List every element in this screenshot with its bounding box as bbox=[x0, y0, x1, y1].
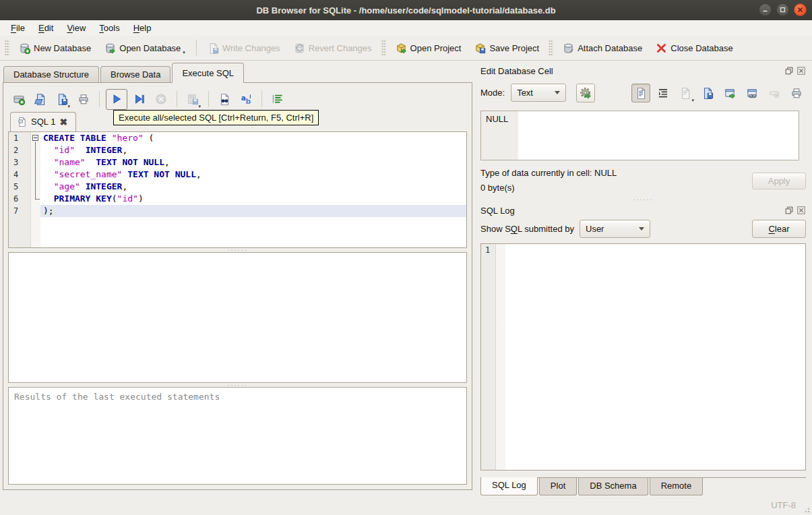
open-in-external-app-button[interactable] bbox=[720, 84, 739, 102]
text-mode-button[interactable] bbox=[631, 84, 650, 102]
maximize-window-icon[interactable] bbox=[776, 3, 789, 16]
open-url-button[interactable] bbox=[743, 84, 761, 102]
dock-tab-db-schema[interactable]: DB Schema bbox=[578, 478, 648, 495]
close-tab-icon[interactable]: ✖ bbox=[59, 119, 67, 125]
window-title: DB Browser for SQLite - /home/user/code/… bbox=[0, 5, 812, 16]
query-results-grid[interactable] bbox=[8, 252, 467, 383]
cell-value-editor[interactable]: NULL bbox=[480, 111, 799, 160]
tab-browse-data[interactable]: Browse Data bbox=[100, 66, 170, 83]
minimize-window-icon[interactable] bbox=[759, 3, 772, 16]
execution-results-panel[interactable]: Results of the last executed statements bbox=[8, 387, 467, 485]
mode-label: Mode: bbox=[480, 88, 505, 98]
autocomplete-icon: ab bbox=[240, 93, 252, 105]
toolbar-drag-handle[interactable] bbox=[5, 40, 9, 56]
menu-bar: FileEditViewToolsHelp bbox=[0, 20, 812, 36]
main-toolbar: New DatabaseOpen Database▾Write ChangesR… bbox=[0, 36, 812, 61]
close-database-button[interactable]: Close Database bbox=[650, 40, 739, 57]
write-changes-button-label: Write Changes bbox=[222, 43, 280, 53]
menu-help[interactable]: Help bbox=[127, 22, 158, 34]
find-replace-button[interactable] bbox=[215, 90, 234, 109]
save-results-icon bbox=[187, 93, 199, 105]
sql-log-view[interactable]: 1 bbox=[480, 243, 806, 471]
editor-line-numbers: 1234567 bbox=[9, 132, 31, 247]
main-tab-bar: Database StructureBrowse DataExecute SQL bbox=[3, 63, 472, 83]
float-panel-icon[interactable] bbox=[784, 66, 794, 75]
print-sql-button[interactable] bbox=[74, 90, 93, 109]
cell-type-info: Type of data currently in cell: NULL bbox=[480, 166, 617, 181]
close-panel-icon[interactable] bbox=[797, 206, 806, 215]
dock-tab-plot[interactable]: Plot bbox=[539, 478, 577, 495]
menu-edit[interactable]: Edit bbox=[32, 22, 60, 34]
set-null-icon bbox=[768, 87, 780, 99]
word-wrap-button[interactable] bbox=[654, 84, 673, 102]
open-project-button[interactable]: Open Project bbox=[389, 40, 468, 57]
line-number: 6 bbox=[9, 193, 30, 205]
float-panel-icon[interactable] bbox=[784, 206, 794, 215]
code-line: "age" INTEGER, bbox=[40, 181, 466, 193]
apply-button[interactable]: Apply bbox=[752, 173, 806, 189]
stop-execution-button[interactable] bbox=[152, 90, 170, 109]
sql-document-icon bbox=[17, 117, 27, 127]
dock-splitter[interactable]: ······ bbox=[480, 195, 806, 204]
toolbar-drag-handle[interactable] bbox=[381, 40, 386, 56]
revert-changes-button-label: Revert Changes bbox=[309, 43, 372, 53]
line-number: 1 bbox=[9, 132, 30, 144]
tab-new-icon bbox=[13, 93, 25, 105]
clear-log-button[interactable]: Clear bbox=[752, 220, 806, 238]
save-project-button[interactable]: Save Project bbox=[468, 40, 545, 57]
open-ext-icon bbox=[724, 87, 736, 99]
code-line: "id" INTEGER, bbox=[40, 144, 466, 156]
open-sql-file-button[interactable] bbox=[31, 90, 50, 109]
sql-log-filter-row: Show SQL submitted by User Clear bbox=[480, 220, 806, 238]
main-area: Database StructureBrowse DataExecute SQL… bbox=[0, 61, 812, 495]
right-dock: Edit Database Cell Mode: Text ▾ NULL bbox=[472, 61, 812, 495]
toolbar-drag-handle[interactable] bbox=[549, 40, 553, 56]
open-database-button[interactable]: Open Database▾ bbox=[98, 40, 191, 57]
attach-database-button[interactable]: Attach Database bbox=[557, 40, 648, 57]
revert-changes-button[interactable]: Revert Changes bbox=[288, 40, 378, 57]
execute-all-button[interactable] bbox=[106, 89, 127, 110]
set-null-button[interactable] bbox=[765, 84, 784, 102]
open-project-button-label: Open Project bbox=[410, 43, 462, 53]
menu-tools[interactable]: Tools bbox=[92, 22, 126, 34]
menu-view[interactable]: View bbox=[60, 22, 92, 34]
fold-marker[interactable] bbox=[31, 132, 40, 144]
toolbar-separator bbox=[196, 40, 197, 56]
save-sql-file-button[interactable]: ▾ bbox=[53, 90, 71, 109]
format-icon bbox=[272, 93, 284, 105]
toggle-autocomplete-button[interactable]: ab bbox=[237, 90, 255, 109]
write-changes-button[interactable]: Write Changes bbox=[201, 40, 286, 57]
sql-file-tab[interactable]: SQL 1 ✖ bbox=[10, 112, 76, 131]
open-sql-tab-button[interactable] bbox=[9, 90, 28, 109]
title-bar[interactable]: DB Browser for SQLite - /home/user/code/… bbox=[0, 0, 812, 20]
print-cell-button[interactable] bbox=[787, 84, 806, 102]
status-bar: UTF-8 bbox=[0, 495, 812, 515]
save-results-button[interactable]: ▾ bbox=[183, 90, 202, 109]
close-window-icon[interactable] bbox=[794, 3, 807, 16]
printer-icon bbox=[77, 93, 90, 105]
import-cell-data-button[interactable]: ▾ bbox=[676, 84, 695, 102]
menu-file[interactable]: File bbox=[4, 22, 32, 34]
tab-database-structure[interactable]: Database Structure bbox=[3, 66, 99, 83]
dock-tab-remote[interactable]: Remote bbox=[650, 478, 704, 495]
log-line-number: 1 bbox=[481, 244, 495, 256]
export-cell-data-button[interactable] bbox=[698, 84, 717, 102]
new-database-button[interactable]: New Database bbox=[13, 40, 97, 57]
find-icon bbox=[218, 93, 230, 105]
close-panel-icon[interactable] bbox=[797, 66, 806, 75]
editor-fold-margin[interactable] bbox=[31, 132, 40, 247]
dock-tab-bar: SQL LogPlotDB SchemaRemote bbox=[480, 477, 806, 495]
save-project-button-label: Save Project bbox=[489, 43, 539, 53]
dock-tab-sql-log[interactable]: SQL Log bbox=[480, 477, 538, 495]
format-sql-button[interactable] bbox=[268, 90, 287, 109]
resize-grip-icon[interactable] bbox=[802, 505, 811, 514]
sql-file-tab-label: SQL 1 bbox=[31, 117, 55, 127]
log-source-combobox[interactable]: User bbox=[580, 220, 650, 238]
sql-toolbar: ▾▾ab bbox=[8, 87, 467, 111]
auto-switch-mode-button[interactable] bbox=[576, 84, 595, 102]
stop-icon bbox=[155, 93, 167, 105]
tab-execute-sql[interactable]: Execute SQL bbox=[172, 63, 244, 83]
sql-code-editor[interactable]: 1234567 CREATE TABLE "hero" ( "id" INTEG… bbox=[8, 131, 467, 248]
execute-current-line-button[interactable] bbox=[130, 90, 149, 109]
mode-combobox[interactable]: Text bbox=[511, 84, 566, 102]
